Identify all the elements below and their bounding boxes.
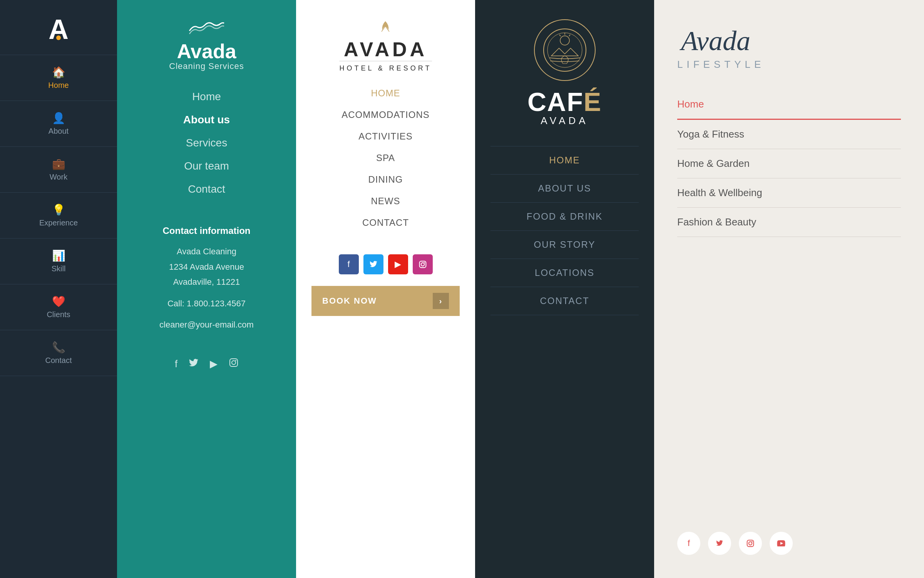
hotel-twitter-button[interactable] [363, 254, 383, 274]
hotel-nav-dining[interactable]: DINING [368, 174, 403, 185]
svg-point-6 [544, 29, 586, 71]
sidebar-logo: A [0, 0, 117, 55]
sidebar-item-contact[interactable]: 📞 Contact [0, 330, 117, 376]
svg-point-7 [547, 33, 582, 67]
hotel-nav-activities[interactable]: ACTIVITIES [358, 131, 413, 142]
sidebar-item-label: About [49, 127, 69, 136]
svg-rect-3 [419, 261, 426, 268]
svg-point-5 [424, 262, 425, 263]
cafe-navigation: HOME ABOUT US FOOD & DRINK OUR STORY LOC… [490, 146, 639, 315]
sidebar-item-work[interactable]: 💼 Work [0, 147, 117, 193]
sidebar-item-label: Contact [45, 356, 72, 365]
hotel-facebook-button[interactable]: f [339, 254, 359, 274]
clients-icon: ❤️ [52, 295, 65, 308]
cleaning-nav-contact[interactable]: Contact [188, 183, 225, 195]
hotel-social-icons: f ▶ [339, 254, 433, 274]
svg-line-10 [569, 35, 570, 36]
svg-point-15 [752, 541, 753, 542]
cleaning-nav-services[interactable]: Services [186, 137, 227, 149]
lifestyle-nav-fashion[interactable]: Fashion & Beauty [677, 208, 901, 237]
hotel-nav-accommodations[interactable]: ACOMMODATIONS [341, 109, 430, 120]
book-now-label: BOOK NOW [322, 296, 377, 306]
lifestyle-logo: Avada LIFESTYLE [677, 23, 901, 71]
svg-point-4 [421, 263, 424, 266]
lifestyle-brand-sub: LIFESTYLE [677, 59, 901, 71]
cleaning-logo: Avada Cleaning Services [169, 19, 244, 71]
cafe-brand-sub: AVADA [541, 115, 588, 127]
hotel-youtube-button[interactable]: ▶ [388, 254, 408, 274]
sidebar-item-skill[interactable]: 📊 Skill [0, 239, 117, 284]
cleaning-nav-about[interactable]: About us [183, 114, 230, 126]
svg-point-1 [232, 361, 236, 365]
cafe-nav-story[interactable]: OUR STORY [490, 231, 639, 259]
cafe-nav-food[interactable]: FOOD & DRINK [490, 203, 639, 231]
contact-icon: 📞 [52, 341, 65, 354]
contact-email: cleaner@your-email.com [132, 317, 281, 333]
hotel-navigation: HOME ACOMMODATIONS ACTIVITIES SPA DINING… [311, 88, 460, 239]
lifestyle-nav-home[interactable]: Home [677, 90, 901, 120]
hotel-instagram-button[interactable] [413, 254, 433, 274]
lifestyle-twitter-button[interactable] [708, 532, 731, 555]
hotel-nav-contact[interactable]: CONTACT [362, 217, 409, 228]
skill-icon: 📊 [52, 249, 65, 262]
lifestyle-navigation: Home Yoga & Fitness Home & Garden Health… [677, 90, 901, 516]
hotel-nav-home[interactable]: HOME [371, 88, 400, 99]
svg-point-14 [749, 542, 752, 545]
lifestyle-nav-yoga[interactable]: Yoga & Fitness [677, 120, 901, 149]
cleaning-panel: Avada Cleaning Services Home About us Se… [117, 0, 296, 578]
hotel-brand-sub: HOTEL & RESORT [339, 61, 432, 72]
hotel-brand-name: AVADA [344, 39, 427, 59]
youtube-icon[interactable]: ▶ [210, 358, 218, 370]
cafe-nav-contact[interactable]: CONTACT [490, 287, 639, 315]
cafe-nav-locations[interactable]: LOCATIONS [490, 259, 639, 287]
sidebar-item-about[interactable]: 👤 About [0, 101, 117, 147]
hotel-logo: AVADA HOTEL & RESORT [339, 19, 432, 72]
cafe-circle-emblem [534, 19, 596, 81]
sidebar-navigation: 🏠 Home 👤 About 💼 Work 💡 Experience 📊 Ski… [0, 55, 117, 578]
cleaning-nav-home[interactable]: Home [192, 91, 221, 103]
lifestyle-nav-health[interactable]: Health & Wellbeing [677, 178, 901, 208]
instagram-icon[interactable] [229, 358, 238, 370]
lifestyle-social-icons: f [677, 532, 901, 555]
svg-rect-13 [747, 540, 754, 547]
lifestyle-youtube-button[interactable] [770, 532, 793, 555]
about-icon: 👤 [52, 112, 65, 124]
lifestyle-nav-garden[interactable]: Home & Garden [677, 149, 901, 178]
svg-rect-0 [230, 359, 238, 366]
sidebar-item-experience[interactable]: 💡 Experience [0, 193, 117, 239]
sidebar-item-label: Experience [39, 218, 78, 227]
hotel-panel: AVADA HOTEL & RESORT HOME ACOMMODATIONS … [296, 0, 475, 578]
sidebar-item-label: Home [48, 81, 69, 90]
sidebar-item-label: Skill [52, 264, 66, 273]
lifestyle-panel: Avada LIFESTYLE Home Yoga & Fitness Home… [654, 0, 924, 578]
hotel-nav-news[interactable]: NEWS [371, 196, 400, 207]
cafe-nav-about[interactable]: ABOUT US [490, 175, 639, 203]
wave-icon [187, 19, 226, 38]
book-now-arrow: › [433, 293, 449, 309]
twitter-icon[interactable] [189, 358, 198, 370]
contact-info-title: Contact information [132, 225, 281, 236]
lifestyle-brand-avada: Avada [677, 23, 901, 59]
lifestyle-instagram-button[interactable] [739, 532, 762, 555]
logo-letter: A [49, 15, 69, 43]
book-now-button[interactable]: BOOK NOW › [311, 286, 460, 316]
cleaning-brand-name: Avada [177, 41, 236, 61]
contact-info: Contact information Avada Cleaning1234 A… [132, 225, 281, 339]
sidebar-item-label: Work [50, 173, 67, 181]
cleaning-nav-team[interactable]: Our team [184, 160, 229, 172]
sidebar-item-home[interactable]: 🏠 Home [0, 55, 117, 101]
facebook-icon[interactable]: f [175, 358, 177, 370]
svg-text:Avada: Avada [680, 25, 750, 54]
home-icon: 🏠 [52, 66, 65, 79]
cleaning-navigation: Home About us Services Our team Contact [132, 91, 281, 206]
sidebar-item-clients[interactable]: ❤️ Clients [0, 284, 117, 330]
cafe-nav-home[interactable]: HOME [490, 146, 639, 175]
cafe-logo: CAFÉ AVADA [527, 19, 602, 127]
lifestyle-facebook-button[interactable]: f [677, 532, 700, 555]
cleaning-brand-sub: Cleaning Services [169, 61, 244, 71]
hotel-nav-spa[interactable]: SPA [376, 153, 395, 163]
cafe-brand-name: CAFÉ [527, 89, 602, 115]
cleaning-social-icons: f ▶ [175, 358, 238, 370]
svg-line-11 [559, 35, 561, 36]
contact-phone: Call: 1.800.123.4567 [132, 296, 281, 311]
